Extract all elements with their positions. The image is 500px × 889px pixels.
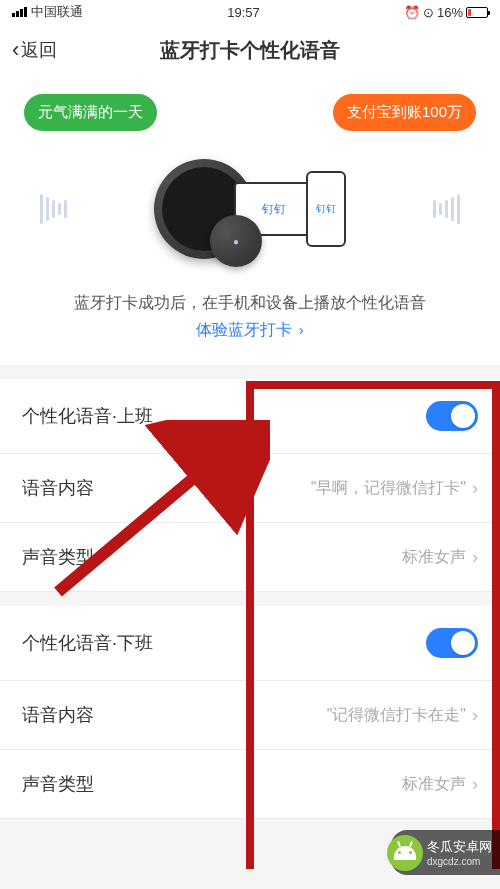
- voice-type-row-on[interactable]: 声音类型 标准女声 ›: [0, 523, 500, 592]
- status-left: 中国联通: [12, 3, 83, 21]
- chevron-right-icon: ›: [299, 322, 304, 338]
- row-label: 声音类型: [22, 545, 94, 569]
- hero-section: 元气满满的一天 支付宝到账100万 钉钉 钉钉 蓝牙打卡成功后，在手机和设备上播…: [0, 76, 500, 365]
- toggle-switch[interactable]: [426, 628, 478, 658]
- row-label: 声音类型: [22, 772, 94, 796]
- row-label: 语音内容: [22, 476, 94, 500]
- watermark: 冬瓜安卓网 dxgcdz.com: [391, 830, 500, 875]
- android-icon: [387, 835, 423, 871]
- sound-wave-right-icon: [433, 194, 460, 224]
- chevron-left-icon: ‹: [12, 37, 19, 63]
- voice-content-row-on[interactable]: 语音内容 "早啊，记得微信打卡" ›: [0, 454, 500, 523]
- battery-percent: 16%: [437, 5, 463, 20]
- status-time: 19:57: [227, 5, 260, 20]
- speech-bubble-green: 元气满满的一天: [24, 94, 157, 131]
- experience-link[interactable]: 体验蓝牙打卡 ›: [0, 320, 500, 341]
- voice-type-row-off[interactable]: 声音类型 标准女声 ›: [0, 750, 500, 819]
- back-button[interactable]: ‹ 返回: [0, 37, 57, 63]
- row-value: "记得微信打卡在走": [327, 705, 466, 726]
- toggle-row-work-off[interactable]: 个性化语音·下班: [0, 606, 500, 681]
- chevron-right-icon: ›: [472, 705, 478, 726]
- row-value: "早啊，记得微信打卡": [311, 478, 466, 499]
- status-right: ⏰ ⊙ 16%: [404, 5, 488, 20]
- chevron-right-icon: ›: [472, 547, 478, 568]
- page-title: 蓝牙打卡个性化语音: [160, 37, 340, 64]
- speaker-small-icon: [210, 215, 262, 267]
- row-value: 标准女声: [402, 774, 466, 795]
- row-value: 标准女声: [402, 547, 466, 568]
- experience-link-text: 体验蓝牙打卡: [196, 321, 292, 338]
- watermark-url: dxgcdz.com: [427, 856, 492, 867]
- battery-icon: [466, 7, 488, 18]
- alarm-icon: ⏰: [404, 5, 420, 20]
- speech-bubble-orange: 支付宝到账100万: [333, 94, 476, 131]
- carrier-label: 中国联通: [31, 3, 83, 21]
- hero-subtitle: 蓝牙打卡成功后，在手机和设备上播放个性化语音: [0, 293, 500, 314]
- toggle-label: 个性化语音·下班: [22, 631, 153, 655]
- phone-icon: 钉钉: [306, 171, 346, 247]
- chevron-right-icon: ›: [472, 478, 478, 499]
- status-bar: 中国联通 19:57 ⏰ ⊙ 16%: [0, 0, 500, 24]
- nav-bar: ‹ 返回 蓝牙打卡个性化语音: [0, 24, 500, 76]
- back-label: 返回: [21, 38, 57, 62]
- sound-wave-left-icon: [40, 194, 67, 224]
- signal-icon: [12, 7, 27, 17]
- toggle-label: 个性化语音·上班: [22, 404, 153, 428]
- toggle-row-work-on[interactable]: 个性化语音·上班: [0, 379, 500, 454]
- orientation-lock-icon: ⊙: [423, 5, 434, 20]
- row-label: 语音内容: [22, 703, 94, 727]
- chevron-right-icon: ›: [472, 774, 478, 795]
- voice-content-row-off[interactable]: 语音内容 "记得微信打卡在走" ›: [0, 681, 500, 750]
- toggle-switch[interactable]: [426, 401, 478, 431]
- watermark-text: 冬瓜安卓网: [427, 838, 492, 856]
- device-illustration: 钉钉 钉钉: [0, 139, 500, 279]
